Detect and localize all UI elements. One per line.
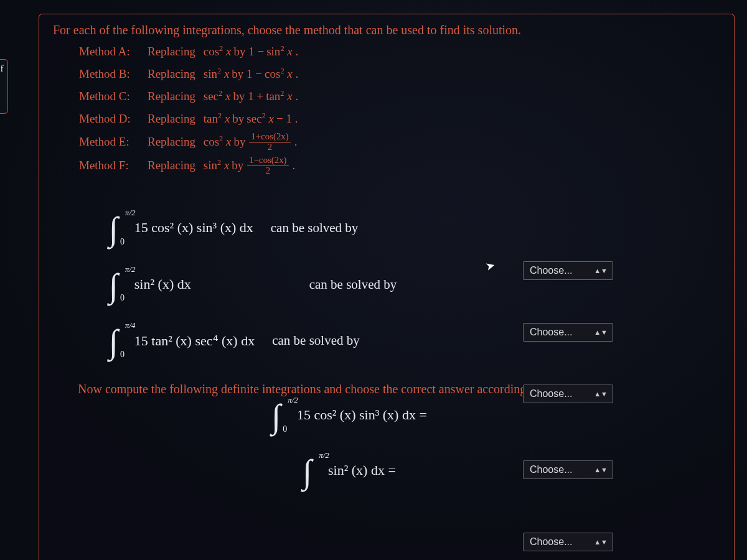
- method-e-den: 2: [266, 142, 274, 152]
- method-e: Method E: Replacing cos2 x by 1+cos(2x) …: [79, 132, 720, 152]
- dropdown-label: Choose...: [530, 388, 572, 399]
- method-b-mid: by 1 −: [232, 67, 262, 81]
- integral-3-lower: 0: [120, 350, 125, 360]
- caret-updown-icon: ▲▼: [594, 267, 608, 274]
- compute-1: ∫ π/2 0 15 cos² (x) sin³ (x) dx =: [16, 400, 683, 431]
- integral-sign-icon: ∫: [109, 214, 121, 245]
- method-c-pre: Replacing: [148, 90, 195, 103]
- method-e-body: Replacing cos2 x by 1+cos(2x) 2 .: [148, 132, 297, 152]
- method-e-tag: Method E:: [79, 135, 148, 149]
- caret-updown-icon: ▲▼: [594, 466, 608, 474]
- method-b-tag: Method B:: [79, 67, 148, 81]
- method-b-f2: cos: [265, 67, 280, 80]
- dropdown-problem-3[interactable]: Choose... ▲▼: [523, 385, 613, 403]
- method-d-mid: by: [232, 112, 244, 126]
- dropdown-label: Choose...: [530, 536, 572, 548]
- instruction-text: For each of the following integrations, …: [53, 23, 720, 37]
- integral-1-lower: 0: [120, 237, 125, 247]
- method-a: Method A: Replacing cos2 x by 1 − sin2 x…: [79, 42, 720, 61]
- method-d: Method D: Replacing tan2 x by sec2 x − 1…: [79, 110, 720, 128]
- method-a-mid: by 1 −: [233, 45, 264, 58]
- dropdown-label: Choose...: [530, 327, 572, 338]
- method-c: Method C: Replacing sec2 x by 1 + tan2 x…: [79, 87, 720, 106]
- integral-2: ∫ π/2 0 sin² (x) dx: [109, 269, 191, 300]
- integral-sign-icon: ∫: [271, 401, 283, 432]
- problem-2-phrase: can be solved by: [309, 277, 397, 292]
- integral-3-integrand: 15 tan² (x) sec⁴ (x) dx: [134, 333, 255, 349]
- method-e-mid: by: [233, 135, 245, 149]
- left-tab-stub[interactable]: f: [0, 59, 8, 114]
- tab-stub-label: f: [1, 63, 4, 74]
- method-d-tag: Method D:: [79, 112, 148, 126]
- method-f-fraction: 1−cos(2x) 2: [247, 156, 288, 175]
- method-b-f1: sin: [204, 67, 217, 80]
- method-f-mid: by: [232, 159, 243, 172]
- integral-2-upper: π/2: [125, 264, 136, 274]
- method-e-num: 1+cos(2x): [249, 132, 290, 142]
- caret-updown-icon: ▲▼: [594, 538, 608, 546]
- integral-3: ∫ π/4 0 15 tan² (x) sec⁴ (x) dx: [109, 325, 255, 356]
- method-f: Method F: Replacing sin2 x by 1−cos(2x) …: [79, 156, 720, 175]
- problems-block: ∫ π/2 0 15 cos² (x) sin³ (x) dx can be s…: [109, 213, 720, 356]
- method-d-f2: sec: [247, 112, 261, 125]
- dropdown-compute-2[interactable]: Choose... ▲▼: [523, 533, 613, 551]
- compute-1-integrand: 15 cos² (x) sin³ (x) dx =: [297, 407, 427, 423]
- method-c-body: Replacing sec2 x by 1 + tan2 x .: [148, 90, 298, 103]
- method-d-body: Replacing tan2 x by sec2 x − 1 .: [148, 112, 298, 126]
- method-e-pre: Replacing: [148, 135, 195, 149]
- compute-1-upper: π/2: [288, 395, 298, 405]
- integral-sign-icon: ∫: [109, 271, 121, 301]
- method-e-fraction: 1+cos(2x) 2: [249, 132, 290, 152]
- problem-3: ∫ π/4 0 15 tan² (x) sec⁴ (x) dx can be s…: [109, 325, 720, 356]
- method-d-tail: − 1 .: [276, 112, 298, 126]
- method-f-num: 1−cos(2x): [247, 156, 288, 166]
- dropdown-problem-2[interactable]: Choose... ▲▼: [523, 323, 613, 342]
- integral-sign-icon: ∫: [303, 457, 314, 487]
- method-d-pre: Replacing: [148, 112, 195, 126]
- method-a-pre: Replacing: [148, 45, 195, 58]
- compute-integral-2: ∫ π/2 sin² (x) dx =: [303, 455, 396, 486]
- method-a-f2: sin: [266, 45, 280, 58]
- screen: f For each of the following integrations…: [0, 0, 747, 560]
- integral-2-integrand: sin² (x) dx: [134, 276, 191, 292]
- integral-sign-icon: ∫: [109, 327, 121, 357]
- integral-1-integrand: 15 cos² (x) sin³ (x) dx: [134, 220, 253, 236]
- method-f-den: 2: [264, 166, 272, 176]
- method-c-f1: sec: [204, 90, 218, 103]
- compute-1-lower: 0: [283, 424, 287, 434]
- method-a-body: Replacing cos2 x by 1 − sin2 x .: [148, 45, 298, 58]
- caret-updown-icon: ▲▼: [594, 329, 608, 336]
- caret-updown-icon: ▲▼: [594, 390, 608, 398]
- method-d-f1: tan: [204, 112, 218, 125]
- method-c-f2: tan: [266, 90, 280, 103]
- method-a-tag: Method A:: [79, 45, 148, 58]
- problem-2: ∫ π/2 0 sin² (x) dx can be solved by: [109, 269, 720, 300]
- method-f-tag: Method F:: [79, 159, 148, 172]
- integral-3-upper: π/4: [125, 320, 136, 330]
- method-b-pre: Replacing: [148, 67, 195, 81]
- method-c-mid: by 1 +: [233, 90, 263, 103]
- method-c-tag: Method C:: [79, 90, 148, 103]
- integral-2-lower: 0: [120, 293, 125, 303]
- method-e-f1: cos: [204, 135, 219, 148]
- method-b-body: Replacing sin2 x by 1 − cos2 x .: [148, 67, 298, 81]
- method-f-pre: Replacing: [148, 159, 195, 172]
- compute-integral-1: ∫ π/2 0 15 cos² (x) sin³ (x) dx =: [271, 400, 427, 431]
- problem-1-phrase: can be solved by: [271, 220, 359, 236]
- dropdown-problem-1[interactable]: Choose... ▲▼: [523, 261, 613, 280]
- dropdown-label: Choose...: [530, 265, 572, 276]
- problem-1: ∫ π/2 0 15 cos² (x) sin³ (x) dx can be s…: [109, 213, 720, 243]
- compute-2-integrand: sin² (x) dx =: [328, 462, 396, 478]
- method-a-f1: cos: [204, 45, 219, 58]
- question-panel: For each of the following integrations, …: [39, 14, 735, 560]
- integral-1: ∫ π/2 0 15 cos² (x) sin³ (x) dx: [109, 213, 253, 243]
- problem-3-phrase: can be solved by: [272, 333, 360, 348]
- section-2-instruction: Now compute the following definite integ…: [78, 382, 720, 396]
- method-f-body: Replacing sin2 x by 1−cos(2x) 2 .: [148, 156, 295, 175]
- integral-1-upper: π/2: [125, 208, 136, 218]
- method-b: Method B: Replacing sin2 x by 1 − cos2 x…: [79, 65, 720, 83]
- method-f-f1: sin: [204, 159, 217, 172]
- dropdown-compute-1[interactable]: Choose... ▲▼: [523, 460, 613, 479]
- dropdown-label: Choose...: [530, 464, 572, 475]
- compute-2-upper: π/2: [319, 450, 329, 460]
